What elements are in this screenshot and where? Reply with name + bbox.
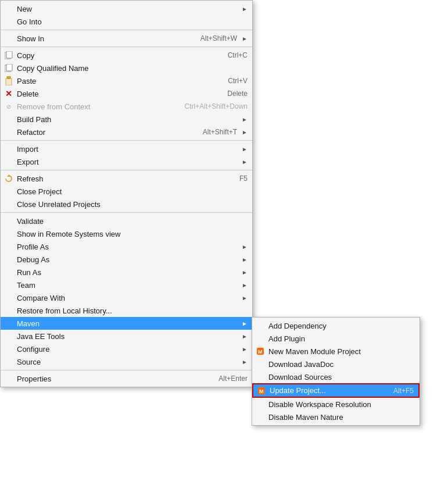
menu-item-show-remote[interactable]: Show in Remote Systems view [1, 227, 252, 240]
separator-4 [1, 170, 252, 170]
menu-item-properties[interactable]: Properties Alt+Enter [1, 372, 252, 385]
menu-item-show-in[interactable]: Show In Alt+Shift+W ► [1, 32, 252, 45]
menu-item-source[interactable]: Source ► [1, 355, 252, 368]
menu-item-maven-arrow: ► [242, 320, 248, 327]
submenu-item-add-dependency[interactable]: Add Dependency [252, 319, 420, 332]
menu-item-go-into[interactable]: Go Into [1, 15, 252, 28]
menu-item-show-remote-label: Show in Remote Systems view [17, 230, 248, 238]
menu-item-export[interactable]: Export ► [1, 155, 252, 168]
submenu-disable-workspace-label: Disable Workspace Resolution [268, 400, 415, 409]
menu-item-import[interactable]: Import ► [1, 142, 252, 155]
svg-text:M: M [259, 388, 264, 394]
menu-item-java-ee-tools[interactable]: Java EE Tools ► [1, 330, 252, 343]
update-project-icon: M [256, 387, 267, 395]
refresh-icon [3, 174, 15, 183]
submenu-maven[interactable]: Add Dependency Add Plugin M New Maven Mo… [252, 317, 420, 426]
menu-item-validate[interactable]: Validate [1, 215, 252, 227]
menu-item-close-project-label: Close Project [17, 187, 248, 196]
menu-item-debug-as-arrow: ► [242, 256, 248, 263]
menu-item-compare-with-label: Compare With [17, 294, 237, 302]
menu-item-java-ee-tools-label: Java EE Tools [17, 332, 237, 341]
menu-item-configure-label: Configure [17, 345, 237, 354]
menu-item-team-label: Team [17, 281, 237, 290]
menu-item-source-arrow: ► [242, 359, 248, 365]
submenu-new-maven-module-label: New Maven Module Project [268, 347, 415, 356]
submenu-item-download-javadoc[interactable]: Download JavaDoc [252, 358, 420, 370]
svg-text:M: M [258, 349, 263, 355]
separator-2 [1, 47, 252, 47]
paste-icon [3, 76, 15, 85]
menu-item-configure-arrow: ► [242, 346, 248, 352]
copy-icon [3, 51, 15, 59]
menu-item-run-as-label: Run As [17, 268, 237, 277]
menu-item-go-into-label: Go Into [17, 17, 248, 26]
menu-item-delete[interactable]: ✕ Delete Delete [1, 87, 252, 100]
menu-item-refresh-label: Refresh [17, 174, 222, 183]
menu-item-import-arrow: ► [242, 146, 248, 152]
menu-item-maven-label: Maven [17, 319, 237, 328]
menu-item-remove-context-label: Remove from Context [17, 102, 167, 111]
menu-item-remove-context[interactable]: ⊘ Remove from Context Ctrl+Alt+Shift+Dow… [1, 100, 252, 113]
submenu-item-new-maven-module[interactable]: M New Maven Module Project [252, 345, 420, 358]
menu-item-export-label: Export [17, 158, 237, 166]
menu-item-new[interactable]: New ► [1, 2, 252, 15]
menu-item-team-arrow: ► [242, 282, 248, 288]
menu-item-new-arrow: ► [242, 6, 248, 12]
separator-5 [1, 212, 252, 213]
menu-item-source-label: Source [17, 358, 237, 366]
submenu-update-project-shortcut: Alt+F5 [393, 387, 414, 395]
menu-item-compare-with-arrow: ► [242, 295, 248, 301]
menu-item-refactor[interactable]: Refactor Alt+Shift+T ► [1, 126, 252, 138]
menu-item-close-unrelated[interactable]: Close Unrelated Projects [1, 198, 252, 211]
menu-item-delete-shortcut: Delete [227, 90, 248, 98]
menu-item-close-unrelated-label: Close Unrelated Projects [17, 200, 248, 209]
svg-rect-1 [6, 51, 12, 58]
remove-context-icon: ⊘ [3, 104, 15, 110]
menu-item-restore-history-label: Restore from Local History... [17, 306, 248, 315]
menu-item-build-path[interactable]: Build Path ► [1, 113, 252, 126]
menu-item-copy-qualified[interactable]: Copy Qualified Name [1, 62, 252, 74]
menu-item-maven[interactable]: Maven ► [1, 317, 252, 330]
menu-item-properties-shortcut: Alt+Enter [218, 375, 248, 383]
copy-qualified-icon [3, 64, 15, 72]
menu-item-paste-label: Paste [17, 77, 210, 85]
menu-item-refactor-label: Refactor [17, 128, 185, 137]
menu-item-java-ee-tools-arrow: ► [242, 333, 248, 340]
menu-item-profile-as-label: Profile As [17, 243, 237, 251]
submenu-item-download-sources[interactable]: Download Sources [252, 370, 420, 383]
menu-item-compare-with[interactable]: Compare With ► [1, 291, 252, 304]
menu-item-paste-shortcut: Ctrl+V [228, 77, 248, 85]
maven-module-icon: M [255, 347, 266, 355]
menu-item-build-path-arrow: ► [242, 116, 248, 123]
menu-item-restore-history[interactable]: Restore from Local History... [1, 304, 252, 317]
menu-item-validate-label: Validate [17, 217, 248, 226]
menu-item-debug-as-label: Debug As [17, 255, 237, 264]
svg-rect-3 [6, 64, 12, 71]
menu-item-refresh[interactable]: Refresh F5 [1, 172, 252, 185]
menu-item-configure[interactable]: Configure ► [1, 343, 252, 355]
menu-item-refactor-shortcut: Alt+Shift+T [203, 128, 237, 136]
delete-icon: ✕ [3, 89, 15, 98]
menu-item-import-label: Import [17, 145, 237, 154]
menu-item-debug-as[interactable]: Debug As ► [1, 253, 252, 266]
submenu-item-disable-maven-nature[interactable]: Disable Maven Nature [252, 411, 420, 423]
submenu-item-add-plugin[interactable]: Add Plugin [252, 332, 420, 345]
submenu-item-update-project[interactable]: M Update Project... Alt+F5 [252, 383, 420, 398]
submenu-item-disable-workspace[interactable]: Disable Workspace Resolution [252, 398, 420, 411]
submenu-add-dependency-label: Add Dependency [268, 322, 415, 330]
menu-item-paste[interactable]: Paste Ctrl+V [1, 74, 252, 87]
submenu-disable-maven-nature-label: Disable Maven Nature [268, 413, 415, 422]
menu-item-copy[interactable]: Copy Ctrl+C [1, 49, 252, 62]
menu-item-show-in-arrow: ► [242, 35, 248, 42]
menu-item-export-arrow: ► [242, 159, 248, 165]
svg-rect-5 [7, 76, 10, 79]
menu-item-profile-as-arrow: ► [242, 244, 248, 250]
menu-item-close-project[interactable]: Close Project [1, 185, 252, 198]
menu-item-team[interactable]: Team ► [1, 279, 252, 291]
menu-item-profile-as[interactable]: Profile As ► [1, 240, 252, 253]
menu-item-new-label: New [17, 5, 237, 13]
menu-item-run-as[interactable]: Run As ► [1, 266, 252, 279]
separator-1 [1, 30, 252, 30]
context-menu[interactable]: New ► Go Into Show In Alt+Shift+W ► Copy… [0, 0, 253, 387]
menu-item-copy-shortcut: Ctrl+C [228, 51, 248, 59]
